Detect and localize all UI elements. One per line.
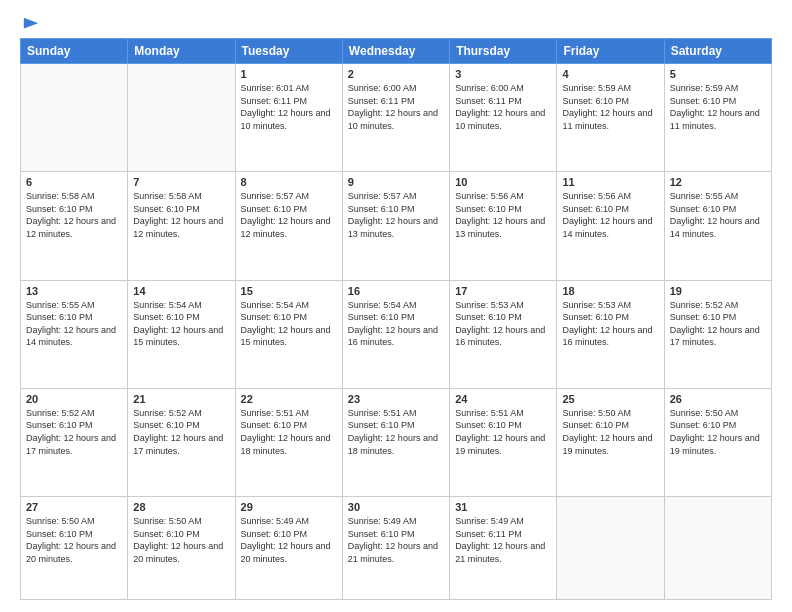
svg-marker-0 [24, 18, 38, 29]
calendar-day-cell: 21Sunrise: 5:52 AM Sunset: 6:10 PM Dayli… [128, 388, 235, 496]
calendar-day-cell: 15Sunrise: 5:54 AM Sunset: 6:10 PM Dayli… [235, 280, 342, 388]
day-number: 9 [348, 176, 444, 188]
day-number: 14 [133, 285, 229, 297]
day-info: Sunrise: 5:55 AM Sunset: 6:10 PM Dayligh… [26, 299, 122, 349]
calendar-day-cell: 24Sunrise: 5:51 AM Sunset: 6:10 PM Dayli… [450, 388, 557, 496]
calendar-day-cell: 5Sunrise: 5:59 AM Sunset: 6:10 PM Daylig… [664, 64, 771, 172]
day-info: Sunrise: 5:52 AM Sunset: 6:10 PM Dayligh… [670, 299, 766, 349]
day-header-saturday: Saturday [664, 39, 771, 64]
day-header-sunday: Sunday [21, 39, 128, 64]
day-info: Sunrise: 5:50 AM Sunset: 6:10 PM Dayligh… [133, 515, 229, 565]
calendar-week-row: 1Sunrise: 6:01 AM Sunset: 6:11 PM Daylig… [21, 64, 772, 172]
calendar-day-cell: 18Sunrise: 5:53 AM Sunset: 6:10 PM Dayli… [557, 280, 664, 388]
day-number: 30 [348, 501, 444, 513]
calendar-week-row: 27Sunrise: 5:50 AM Sunset: 6:10 PM Dayli… [21, 497, 772, 600]
day-number: 21 [133, 393, 229, 405]
calendar-day-cell: 6Sunrise: 5:58 AM Sunset: 6:10 PM Daylig… [21, 172, 128, 280]
day-info: Sunrise: 5:56 AM Sunset: 6:10 PM Dayligh… [455, 190, 551, 240]
day-number: 24 [455, 393, 551, 405]
calendar-day-cell [128, 64, 235, 172]
day-header-wednesday: Wednesday [342, 39, 449, 64]
day-info: Sunrise: 5:58 AM Sunset: 6:10 PM Dayligh… [26, 190, 122, 240]
day-info: Sunrise: 5:49 AM Sunset: 6:10 PM Dayligh… [348, 515, 444, 565]
day-info: Sunrise: 5:49 AM Sunset: 6:11 PM Dayligh… [455, 515, 551, 565]
day-info: Sunrise: 5:56 AM Sunset: 6:10 PM Dayligh… [562, 190, 658, 240]
calendar-week-row: 6Sunrise: 5:58 AM Sunset: 6:10 PM Daylig… [21, 172, 772, 280]
day-number: 19 [670, 285, 766, 297]
calendar-day-cell: 19Sunrise: 5:52 AM Sunset: 6:10 PM Dayli… [664, 280, 771, 388]
day-info: Sunrise: 5:49 AM Sunset: 6:10 PM Dayligh… [241, 515, 337, 565]
day-info: Sunrise: 5:59 AM Sunset: 6:10 PM Dayligh… [670, 82, 766, 132]
day-number: 11 [562, 176, 658, 188]
calendar-day-cell: 11Sunrise: 5:56 AM Sunset: 6:10 PM Dayli… [557, 172, 664, 280]
day-number: 28 [133, 501, 229, 513]
day-header-friday: Friday [557, 39, 664, 64]
day-info: Sunrise: 5:57 AM Sunset: 6:10 PM Dayligh… [241, 190, 337, 240]
day-number: 15 [241, 285, 337, 297]
calendar-day-cell: 29Sunrise: 5:49 AM Sunset: 6:10 PM Dayli… [235, 497, 342, 600]
calendar-day-cell: 14Sunrise: 5:54 AM Sunset: 6:10 PM Dayli… [128, 280, 235, 388]
day-info: Sunrise: 5:51 AM Sunset: 6:10 PM Dayligh… [455, 407, 551, 457]
day-info: Sunrise: 5:55 AM Sunset: 6:10 PM Dayligh… [670, 190, 766, 240]
day-number: 4 [562, 68, 658, 80]
calendar-day-cell: 13Sunrise: 5:55 AM Sunset: 6:10 PM Dayli… [21, 280, 128, 388]
calendar-day-cell [21, 64, 128, 172]
calendar-day-cell: 25Sunrise: 5:50 AM Sunset: 6:10 PM Dayli… [557, 388, 664, 496]
day-number: 3 [455, 68, 551, 80]
day-info: Sunrise: 5:58 AM Sunset: 6:10 PM Dayligh… [133, 190, 229, 240]
calendar-day-cell: 31Sunrise: 5:49 AM Sunset: 6:11 PM Dayli… [450, 497, 557, 600]
calendar-day-cell [557, 497, 664, 600]
day-header-monday: Monday [128, 39, 235, 64]
logo [20, 16, 40, 30]
day-info: Sunrise: 5:54 AM Sunset: 6:10 PM Dayligh… [241, 299, 337, 349]
day-info: Sunrise: 5:59 AM Sunset: 6:10 PM Dayligh… [562, 82, 658, 132]
day-info: Sunrise: 6:00 AM Sunset: 6:11 PM Dayligh… [348, 82, 444, 132]
day-info: Sunrise: 5:51 AM Sunset: 6:10 PM Dayligh… [348, 407, 444, 457]
day-number: 12 [670, 176, 766, 188]
calendar-day-cell: 1Sunrise: 6:01 AM Sunset: 6:11 PM Daylig… [235, 64, 342, 172]
calendar-day-cell: 28Sunrise: 5:50 AM Sunset: 6:10 PM Dayli… [128, 497, 235, 600]
day-number: 23 [348, 393, 444, 405]
day-number: 2 [348, 68, 444, 80]
calendar-day-cell: 23Sunrise: 5:51 AM Sunset: 6:10 PM Dayli… [342, 388, 449, 496]
day-info: Sunrise: 6:00 AM Sunset: 6:11 PM Dayligh… [455, 82, 551, 132]
day-number: 10 [455, 176, 551, 188]
calendar-table: SundayMondayTuesdayWednesdayThursdayFrid… [20, 38, 772, 600]
calendar-day-cell: 9Sunrise: 5:57 AM Sunset: 6:10 PM Daylig… [342, 172, 449, 280]
header [20, 16, 772, 30]
day-number: 25 [562, 393, 658, 405]
day-info: Sunrise: 5:50 AM Sunset: 6:10 PM Dayligh… [26, 515, 122, 565]
calendar-day-cell: 2Sunrise: 6:00 AM Sunset: 6:11 PM Daylig… [342, 64, 449, 172]
calendar-day-cell: 10Sunrise: 5:56 AM Sunset: 6:10 PM Dayli… [450, 172, 557, 280]
day-number: 18 [562, 285, 658, 297]
day-info: Sunrise: 5:53 AM Sunset: 6:10 PM Dayligh… [562, 299, 658, 349]
day-info: Sunrise: 6:01 AM Sunset: 6:11 PM Dayligh… [241, 82, 337, 132]
calendar-day-cell: 7Sunrise: 5:58 AM Sunset: 6:10 PM Daylig… [128, 172, 235, 280]
day-info: Sunrise: 5:50 AM Sunset: 6:10 PM Dayligh… [670, 407, 766, 457]
day-info: Sunrise: 5:57 AM Sunset: 6:10 PM Dayligh… [348, 190, 444, 240]
calendar-day-cell: 3Sunrise: 6:00 AM Sunset: 6:11 PM Daylig… [450, 64, 557, 172]
calendar-day-cell: 16Sunrise: 5:54 AM Sunset: 6:10 PM Dayli… [342, 280, 449, 388]
day-number: 31 [455, 501, 551, 513]
day-info: Sunrise: 5:53 AM Sunset: 6:10 PM Dayligh… [455, 299, 551, 349]
day-number: 29 [241, 501, 337, 513]
day-number: 22 [241, 393, 337, 405]
calendar-week-row: 13Sunrise: 5:55 AM Sunset: 6:10 PM Dayli… [21, 280, 772, 388]
day-number: 20 [26, 393, 122, 405]
day-info: Sunrise: 5:52 AM Sunset: 6:10 PM Dayligh… [26, 407, 122, 457]
calendar-day-cell: 8Sunrise: 5:57 AM Sunset: 6:10 PM Daylig… [235, 172, 342, 280]
day-info: Sunrise: 5:50 AM Sunset: 6:10 PM Dayligh… [562, 407, 658, 457]
calendar-day-cell: 26Sunrise: 5:50 AM Sunset: 6:10 PM Dayli… [664, 388, 771, 496]
day-info: Sunrise: 5:54 AM Sunset: 6:10 PM Dayligh… [133, 299, 229, 349]
day-number: 13 [26, 285, 122, 297]
day-info: Sunrise: 5:52 AM Sunset: 6:10 PM Dayligh… [133, 407, 229, 457]
calendar-day-cell: 30Sunrise: 5:49 AM Sunset: 6:10 PM Dayli… [342, 497, 449, 600]
calendar-page: SundayMondayTuesdayWednesdayThursdayFrid… [0, 0, 792, 612]
day-number: 17 [455, 285, 551, 297]
day-number: 7 [133, 176, 229, 188]
calendar-week-row: 20Sunrise: 5:52 AM Sunset: 6:10 PM Dayli… [21, 388, 772, 496]
calendar-header-row: SundayMondayTuesdayWednesdayThursdayFrid… [21, 39, 772, 64]
calendar-day-cell: 4Sunrise: 5:59 AM Sunset: 6:10 PM Daylig… [557, 64, 664, 172]
day-number: 6 [26, 176, 122, 188]
day-header-tuesday: Tuesday [235, 39, 342, 64]
